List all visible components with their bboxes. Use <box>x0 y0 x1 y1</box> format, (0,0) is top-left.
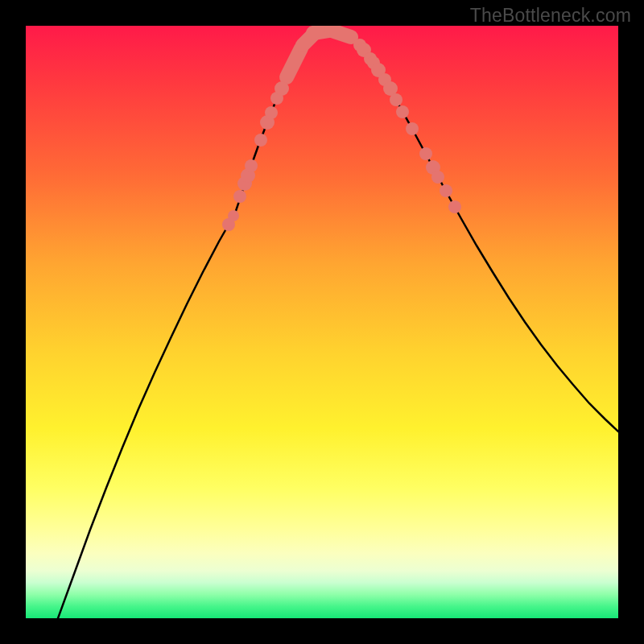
valley-capsule <box>332 31 351 37</box>
plot-area <box>26 26 618 618</box>
curve-svg <box>26 26 618 618</box>
marker-dot <box>265 106 278 119</box>
marker-dot <box>448 200 461 213</box>
valley-capsules <box>287 30 351 77</box>
marker-dot <box>245 159 258 172</box>
marker-dot <box>390 93 402 106</box>
marker-dot <box>406 122 419 135</box>
marker-dot <box>275 81 289 96</box>
marker-dot <box>228 210 239 221</box>
marker-dot <box>419 147 432 160</box>
bottleneck-curve <box>58 28 618 618</box>
valley-capsule <box>287 48 301 77</box>
chart-frame: TheBottleneck.com <box>0 0 644 644</box>
marker-dot <box>431 171 444 184</box>
markers-right <box>353 39 461 213</box>
marker-dot <box>233 190 246 203</box>
marker-dot <box>254 134 267 147</box>
marker-dot <box>440 184 452 197</box>
watermark: TheBottleneck.com <box>470 5 631 27</box>
marker-dot <box>396 105 409 118</box>
